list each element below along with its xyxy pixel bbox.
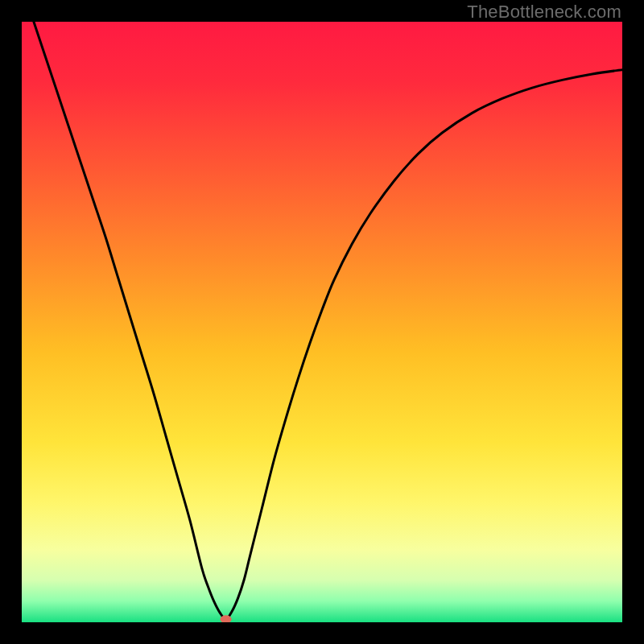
chart-frame: TheBottleneck.com bbox=[0, 0, 644, 644]
bottleneck-chart bbox=[22, 22, 622, 622]
watermark-text: TheBottleneck.com bbox=[467, 2, 621, 23]
plot-area bbox=[22, 22, 622, 622]
gradient-background bbox=[22, 22, 622, 622]
